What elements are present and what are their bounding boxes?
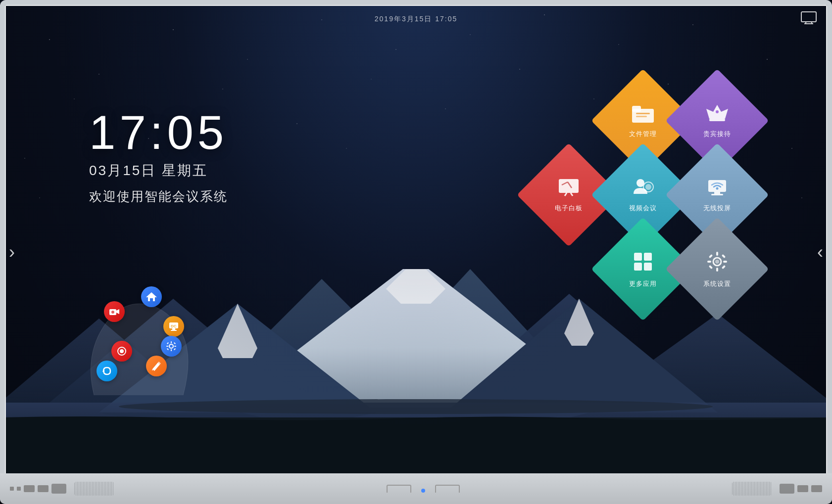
radial-camera-button[interactable]	[104, 301, 125, 322]
bezel-speaker-right	[732, 482, 772, 496]
app-grid: 文件管理 贵宾接待	[515, 79, 753, 287]
svg-rect-47	[716, 268, 718, 272]
clock-time: 17:05	[89, 109, 228, 156]
svg-rect-38	[711, 194, 723, 195]
radial-back-button[interactable]	[97, 361, 117, 381]
diamond-container: 文件管理 贵宾接待	[515, 79, 773, 292]
svg-rect-48	[707, 261, 711, 263]
bezel-dot-1	[10, 487, 14, 491]
svg-rect-28	[559, 179, 579, 193]
wireless-icon	[706, 178, 728, 201]
svg-rect-60	[171, 330, 177, 331]
settings-icon	[706, 251, 728, 277]
svg-point-57	[111, 311, 114, 314]
svg-rect-49	[723, 261, 727, 263]
main-screen: 2019年3月15日 17:05 › ‹ 17:05 03月15日 星期五 欢迎…	[0, 0, 832, 504]
svg-rect-65	[166, 346, 168, 347]
nav-arrow-left[interactable]: ›	[9, 242, 15, 263]
svg-rect-59	[172, 328, 175, 330]
bezel-right-controls	[732, 482, 822, 496]
svg-rect-22	[632, 106, 641, 112]
svg-text:DC: DC	[171, 324, 177, 328]
bezel-dot-3	[24, 485, 35, 492]
svg-rect-51	[722, 254, 726, 258]
svg-rect-70	[174, 348, 176, 350]
svg-rect-67	[167, 342, 169, 344]
bezel-bracket-right	[435, 485, 460, 493]
datetime-text: 2019年3月15日 17:05	[375, 15, 457, 23]
monitor-icon[interactable]	[800, 11, 817, 28]
svg-line-30	[571, 193, 573, 196]
svg-rect-69	[167, 348, 169, 350]
bezel-dot-2	[17, 487, 21, 491]
svg-rect-41	[644, 253, 652, 261]
bezel-dot-r3	[811, 485, 822, 492]
svg-rect-63	[171, 341, 172, 343]
radial-settings-button[interactable]	[161, 336, 182, 357]
clock-area: 17:05 03月15日 星期五 欢迎使用智能会议系统	[89, 109, 228, 205]
svg-point-72	[120, 349, 124, 353]
svg-rect-53	[722, 265, 726, 269]
video-icon	[631, 178, 655, 201]
datetime-header: 2019年3月15日 17:05	[375, 15, 457, 24]
more-label: 更多应用	[629, 280, 657, 288]
radial-office-button[interactable]: DC	[163, 316, 184, 337]
svg-rect-52	[709, 265, 713, 269]
clock-welcome: 欢迎使用智能会议系统	[89, 188, 228, 205]
svg-rect-68	[174, 342, 176, 344]
svg-marker-56	[116, 309, 119, 314]
vip-label: 贵宾接待	[703, 130, 731, 138]
radial-pen-button[interactable]	[146, 356, 167, 376]
svg-point-39	[716, 187, 719, 189]
svg-rect-43	[644, 263, 652, 271]
file-label: 文件管理	[629, 130, 657, 138]
svg-line-29	[565, 193, 567, 196]
settings-label: 系统设置	[703, 280, 731, 288]
bezel-indicator	[421, 489, 425, 493]
bezel-speaker-left	[74, 482, 114, 496]
bezel-dot-5	[51, 484, 66, 494]
radial-menu: DC	[64, 286, 203, 395]
file-icon	[632, 104, 654, 127]
svg-rect-64	[171, 349, 172, 351]
svg-rect-42	[634, 263, 642, 271]
bezel-dot-r2	[797, 485, 808, 492]
svg-point-45	[715, 260, 719, 264]
bezel-dot-r1	[780, 484, 794, 494]
svg-rect-17	[801, 12, 816, 22]
whiteboard-label: 电子白板	[555, 204, 583, 212]
whiteboard-icon	[558, 178, 580, 201]
svg-marker-54	[146, 292, 157, 301]
svg-rect-26	[709, 119, 725, 121]
video-label: 视频会议	[629, 204, 657, 212]
nav-arrow-right[interactable]: ‹	[817, 242, 823, 263]
svg-rect-24	[636, 116, 647, 117]
bezel-left-controls	[10, 482, 114, 496]
svg-rect-66	[174, 346, 176, 347]
bezel-bracket-left	[387, 485, 411, 493]
bezel-center	[387, 485, 460, 493]
more-icon	[632, 251, 654, 277]
radial-record-button[interactable]	[111, 341, 132, 362]
svg-rect-46	[716, 252, 718, 256]
svg-rect-37	[714, 192, 720, 194]
svg-rect-23	[636, 113, 650, 114]
radial-base-shape	[64, 286, 203, 395]
svg-rect-40	[634, 253, 642, 261]
svg-point-27	[716, 110, 719, 113]
bottom-bezel	[0, 473, 832, 504]
svg-point-35	[645, 184, 651, 190]
clock-date: 03月15日 星期五	[89, 161, 228, 180]
bezel-dot-4	[38, 485, 49, 492]
vip-icon	[706, 104, 728, 127]
svg-rect-50	[709, 254, 713, 258]
wireless-label: 无线投屏	[703, 204, 731, 212]
svg-point-15	[119, 399, 713, 414]
svg-point-62	[169, 344, 173, 348]
radial-home-button[interactable]	[141, 286, 162, 307]
